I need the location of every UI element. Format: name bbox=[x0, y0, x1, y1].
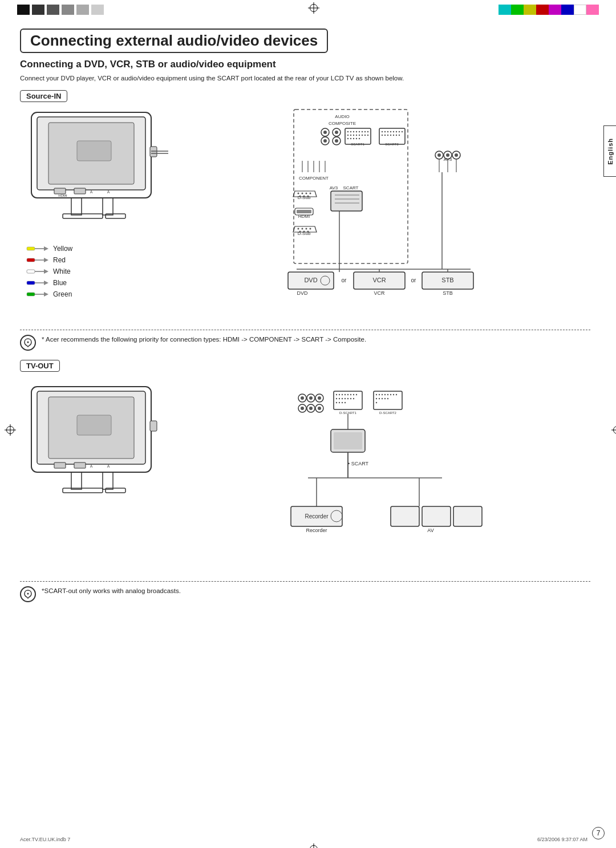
svg-point-201 bbox=[379, 398, 380, 399]
svg-text:or: or bbox=[342, 277, 347, 283]
svg-rect-219 bbox=[453, 506, 482, 526]
svg-text:SCART2: SCART2 bbox=[385, 143, 399, 146]
svg-point-117 bbox=[437, 153, 441, 157]
connections-right-panel: AUDIO COMPOSITE SCART1 bbox=[202, 107, 590, 325]
note1-text: * Acer recommends the following priority… bbox=[42, 335, 366, 344]
svg-point-75 bbox=[382, 135, 383, 136]
tv-out-label: TV-OUT bbox=[20, 360, 60, 372]
svg-point-176 bbox=[350, 394, 351, 395]
svg-rect-13 bbox=[150, 147, 157, 157]
svg-point-56 bbox=[359, 135, 360, 136]
svg-marker-21 bbox=[44, 258, 48, 262]
svg-point-183 bbox=[347, 398, 348, 399]
svg-point-62 bbox=[353, 138, 354, 139]
svg-point-222 bbox=[27, 593, 29, 595]
svg-point-64 bbox=[359, 138, 360, 139]
svg-point-197 bbox=[390, 394, 391, 395]
svg-point-194 bbox=[382, 394, 383, 395]
svg-point-199 bbox=[396, 394, 397, 395]
svg-point-177 bbox=[353, 394, 354, 395]
svg-point-180 bbox=[339, 398, 340, 399]
svg-point-178 bbox=[356, 394, 357, 395]
svg-point-109 bbox=[298, 228, 299, 230]
note1-icon bbox=[20, 335, 36, 351]
svg-point-76 bbox=[384, 135, 386, 136]
svg-point-81 bbox=[399, 135, 400, 136]
svg-point-185 bbox=[353, 398, 354, 399]
svg-point-103 bbox=[299, 196, 301, 197]
svg-marker-27 bbox=[44, 281, 48, 285]
legend-blue: Blue bbox=[26, 278, 191, 287]
svg-point-158 bbox=[301, 396, 304, 400]
svg-point-187 bbox=[339, 402, 340, 403]
svg-point-193 bbox=[379, 394, 380, 395]
connections-svg: AUDIO COMPOSITE SCART1 bbox=[202, 107, 499, 323]
svg-rect-11 bbox=[74, 188, 86, 194]
svg-point-48 bbox=[359, 131, 360, 132]
svg-rect-65 bbox=[379, 128, 405, 144]
svg-rect-154 bbox=[54, 462, 66, 468]
svg-point-70 bbox=[390, 131, 391, 132]
svg-rect-156 bbox=[150, 421, 157, 431]
svg-text:SCART1: SCART1 bbox=[351, 143, 364, 146]
svg-point-41 bbox=[335, 139, 338, 143]
tv-illustration: A A HDMI bbox=[20, 107, 174, 238]
legend-red-label: Red bbox=[53, 256, 66, 264]
legend-red: Red bbox=[26, 255, 191, 265]
legend-blue-label: Blue bbox=[53, 279, 67, 287]
svg-point-168 bbox=[318, 407, 321, 410]
svg-point-114 bbox=[303, 231, 305, 233]
svg-rect-148 bbox=[103, 472, 113, 489]
registration-squares bbox=[17, 5, 104, 15]
svg-point-171 bbox=[336, 394, 337, 395]
svg-point-160 bbox=[309, 396, 313, 400]
svg-text:HDMI: HDMI bbox=[298, 214, 310, 219]
svg-point-68 bbox=[384, 131, 386, 132]
svg-point-59 bbox=[367, 135, 368, 136]
svg-text:D-SCART2: D-SCART2 bbox=[379, 411, 397, 415]
svg-point-182 bbox=[345, 398, 346, 399]
note2-text: *SCART-out only works with analog broadc… bbox=[42, 586, 181, 596]
svg-rect-149 bbox=[63, 488, 103, 493]
svg-text:Recorder: Recorder bbox=[306, 528, 327, 533]
svg-point-205 bbox=[376, 402, 377, 403]
svg-point-189 bbox=[345, 402, 346, 403]
svg-rect-4 bbox=[103, 198, 113, 215]
svg-point-99 bbox=[298, 193, 299, 194]
svg-rect-150 bbox=[106, 488, 125, 493]
main-content: Connecting external audio/video devices … bbox=[20, 29, 590, 831]
svg-text:HDMI: HDMI bbox=[58, 194, 67, 197]
svg-point-77 bbox=[387, 135, 388, 136]
svg-rect-155 bbox=[74, 462, 86, 468]
svg-point-51 bbox=[367, 131, 368, 132]
svg-point-184 bbox=[350, 398, 351, 399]
svg-text:A: A bbox=[107, 464, 110, 468]
svg-point-63 bbox=[356, 138, 357, 139]
page-title: Connecting external audio/video devices bbox=[20, 29, 328, 53]
svg-text:A: A bbox=[107, 190, 110, 194]
svg-point-105 bbox=[307, 196, 309, 197]
svg-rect-151 bbox=[77, 415, 111, 435]
svg-point-112 bbox=[310, 228, 311, 230]
svg-point-173 bbox=[342, 394, 343, 395]
svg-point-203 bbox=[384, 398, 386, 399]
language-tab: English bbox=[603, 125, 616, 177]
tv-left-panel: A A HDMI bbox=[20, 107, 191, 325]
svg-text:COMPONENT: COMPONENT bbox=[299, 176, 329, 181]
svg-point-35 bbox=[323, 131, 327, 134]
svg-point-198 bbox=[393, 394, 394, 395]
svg-point-104 bbox=[303, 196, 305, 197]
legend-green-label: Green bbox=[53, 290, 72, 298]
svg-point-111 bbox=[306, 228, 307, 230]
svg-text:COMPOSITE: COMPOSITE bbox=[329, 121, 356, 126]
svg-point-204 bbox=[387, 398, 388, 399]
svg-rect-91 bbox=[331, 191, 362, 211]
svg-point-188 bbox=[342, 402, 343, 403]
svg-marker-24 bbox=[44, 269, 48, 274]
svg-rect-25 bbox=[27, 281, 35, 285]
legend-green: Green bbox=[26, 290, 191, 299]
svg-point-179 bbox=[336, 398, 337, 399]
svg-point-172 bbox=[339, 394, 340, 395]
svg-text:AV: AV bbox=[427, 528, 433, 533]
svg-point-186 bbox=[336, 402, 337, 403]
